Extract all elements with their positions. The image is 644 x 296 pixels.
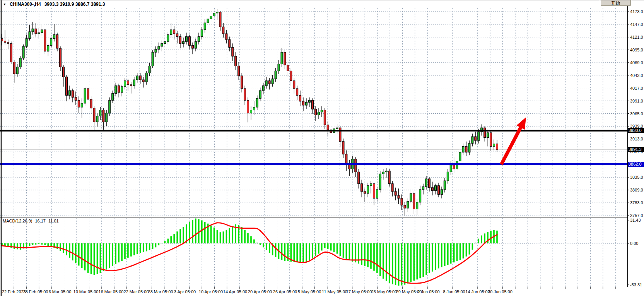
- time-tick-label: 2 Jun 05:00: [417, 289, 440, 294]
- price-tick-label: 3809.0: [630, 188, 643, 192]
- trend-arrow[interactable]: [500, 117, 526, 165]
- time-tick-label: 22 Feb 2023: [2, 289, 26, 294]
- time-tick-label: 3 Apr 05:00: [174, 289, 196, 294]
- price-label-current-price: 3891.3: [628, 147, 644, 152]
- macd-tick-label: 31.43: [630, 218, 641, 222]
- time-tick-label: 20 Apr 05:00: [248, 289, 272, 294]
- time-axis: 22 Feb 202328 Feb 05:006 Mar 05:0010 Mar…: [2, 287, 615, 294]
- price-label-resistance[interactable]: 3930.0: [628, 128, 644, 133]
- macd-indicator-label: MACD(12,26,9) 16.17 11.01: [3, 219, 59, 223]
- macd-signal-value: 11.01: [48, 219, 59, 223]
- price-tick-label: 4069.0: [630, 60, 643, 65]
- price-tick-label: 4043.0: [630, 73, 643, 78]
- candlesticks: [1, 9, 498, 216]
- macd-name: MACD(12,26,9): [3, 219, 32, 223]
- price-tick-label: 3783.0: [630, 200, 643, 205]
- start-button[interactable]: 开始: [600, 0, 631, 6]
- price-tick-label: 4173.0: [630, 9, 643, 14]
- price-axis-labels: 4173.04147.04121.04095.04069.04043.04017…: [627, 9, 643, 218]
- macd-main-value: 16.17: [35, 219, 46, 223]
- time-tick-label: 28 Feb 05:00: [23, 289, 48, 294]
- symbol-timeframe-label: CHINA300-,H4: [10, 2, 41, 7]
- price-tick-label: 4095.0: [630, 48, 643, 52]
- time-tick-label: 16 Mar 05:00: [99, 289, 124, 294]
- price-tick-label: 3757.0: [630, 213, 643, 218]
- price-label-support[interactable]: 3862.0: [628, 162, 644, 167]
- price-tick-label: 4121.0: [630, 35, 643, 39]
- macd-axis-labels: 31.430.00-53.31: [627, 218, 642, 287]
- chart-canvas: 4173.04147.04121.04095.04069.04043.04017…: [0, 0, 644, 296]
- time-tick-label: 10 Mar 05:00: [73, 289, 99, 294]
- time-tick-label: 20 Jun 05:00: [488, 289, 512, 294]
- price-tick-label: 4147.0: [630, 22, 643, 27]
- price-tick-label: 3991.0: [630, 99, 643, 103]
- trading-chart-window: 4173.04147.04121.04095.04069.04043.04017…: [0, 0, 644, 296]
- ohlc-readout: 3903.3 3910.9 3886.7 3891.3: [44, 2, 105, 7]
- time-tick-label: 28 Mar 05:00: [148, 289, 173, 294]
- time-tick-label: 26 Apr 05:00: [273, 289, 297, 294]
- time-tick-label: 14 Apr 05:00: [223, 289, 247, 294]
- time-tick-label: 10 Apr 05:00: [199, 289, 223, 294]
- time-tick-label: 6 Mar 05:00: [49, 289, 72, 294]
- price-tick-label: 3965.0: [630, 111, 643, 116]
- price-tick-label: 3913.0: [630, 137, 643, 141]
- macd-tick-label: -53.31: [630, 282, 642, 287]
- time-tick-label: 22 Mar 05:00: [124, 289, 149, 294]
- time-tick-label: 5 May 05:00: [298, 289, 321, 294]
- time-tick-label: 23 May 05:00: [371, 289, 397, 294]
- time-tick-label: 17 May 05:00: [346, 289, 372, 294]
- time-tick-label: 11 May 05:00: [322, 289, 347, 294]
- price-tick-label: 3835.0: [630, 175, 643, 180]
- macd-tick-label: 0.00: [630, 241, 638, 246]
- time-tick-label: 14 Jun 05:00: [465, 289, 490, 294]
- time-tick-label: 8 Jun 05:00: [443, 289, 465, 294]
- chart-title: ▼ CHINA300-,H4 3903.3 3910.9 3886.7 3891…: [3, 2, 105, 7]
- price-tick-label: 4017.0: [630, 86, 643, 91]
- symbol-dropdown-icon[interactable]: ▼: [3, 3, 6, 6]
